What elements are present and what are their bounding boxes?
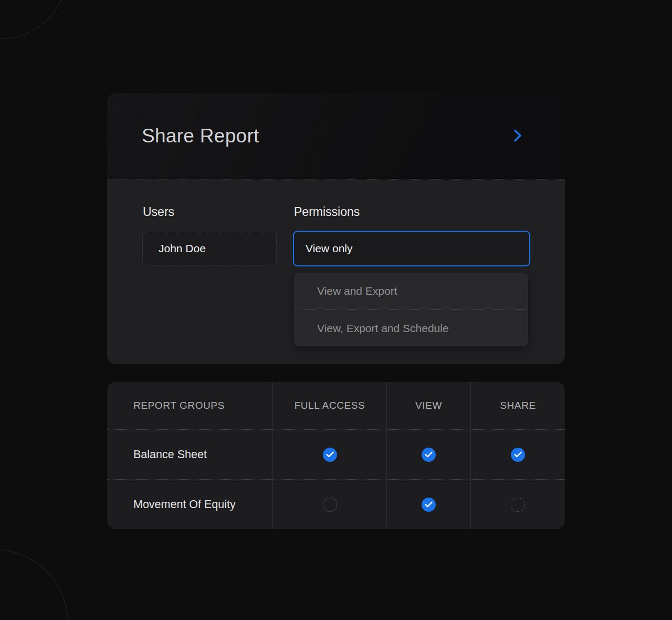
report-groups-table: REPORT GROUPS FULL ACCESS VIEW SHARE Bal… bbox=[107, 382, 565, 529]
table-header-row: REPORT GROUPS FULL ACCESS VIEW SHARE bbox=[107, 382, 565, 429]
users-label: Users bbox=[143, 205, 174, 219]
permissions-select[interactable]: View only bbox=[293, 231, 530, 266]
column-header-view: VIEW bbox=[386, 382, 470, 429]
view-checkbox[interactable] bbox=[422, 448, 436, 462]
full-access-checkbox[interactable] bbox=[323, 448, 337, 462]
decorative-arc-bottom-left bbox=[0, 549, 68, 620]
decorative-arc-top-left bbox=[0, 0, 68, 39]
share-checkbox[interactable] bbox=[511, 498, 525, 512]
table-row: Movement Of Equity bbox=[107, 479, 565, 529]
column-header-share: SHARE bbox=[470, 382, 565, 429]
table-row: Balance Sheet bbox=[107, 429, 565, 479]
chevron-right-icon bbox=[511, 129, 524, 144]
users-input-value: John Doe bbox=[159, 242, 206, 255]
table-cell bbox=[386, 480, 470, 529]
share-report-card: Share Report Users Permissions John Doe … bbox=[107, 93, 565, 364]
dropdown-option-view-export-schedule[interactable]: View, Export and Schedule bbox=[294, 309, 528, 346]
share-report-header: Share Report bbox=[107, 93, 565, 180]
share-report-body: Users Permissions John Doe View only Vie… bbox=[107, 180, 565, 364]
permissions-label: Permissions bbox=[294, 205, 360, 219]
expand-button[interactable] bbox=[508, 127, 527, 146]
table-cell bbox=[386, 430, 470, 479]
table-cell bbox=[272, 480, 386, 529]
full-access-checkbox[interactable] bbox=[323, 498, 337, 512]
share-checkbox[interactable] bbox=[511, 448, 525, 462]
report-group-label: Movement Of Equity bbox=[107, 480, 272, 529]
permissions-selected-value: View only bbox=[306, 242, 353, 255]
page-title: Share Report bbox=[142, 125, 259, 147]
column-header-report-groups: REPORT GROUPS bbox=[107, 382, 272, 429]
report-group-label: Balance Sheet bbox=[107, 430, 272, 479]
table-cell bbox=[470, 430, 565, 479]
dropdown-option-view-and-export[interactable]: View and Export bbox=[294, 273, 528, 309]
table-cell bbox=[470, 480, 565, 529]
table-cell bbox=[272, 430, 386, 479]
users-input[interactable]: John Doe bbox=[142, 232, 277, 265]
view-checkbox[interactable] bbox=[422, 498, 436, 512]
permissions-dropdown: View and Export View, Export and Schedul… bbox=[294, 273, 528, 346]
column-header-full-access: FULL ACCESS bbox=[272, 382, 386, 429]
